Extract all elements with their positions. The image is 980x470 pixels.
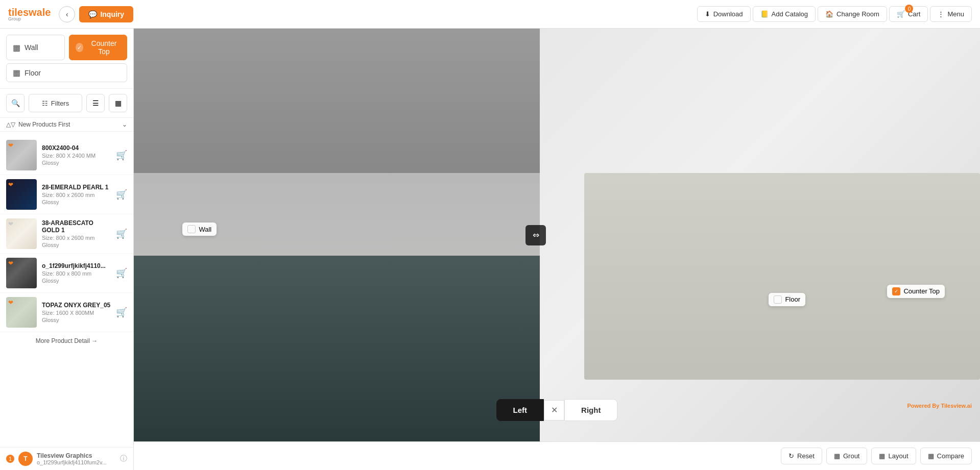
cart-button[interactable]: 0 🛒 Cart [889, 6, 928, 22]
product-thumbnail: ❤ [6, 218, 37, 249]
more-detail-button[interactable]: More Product Detail → [0, 332, 133, 350]
inquiry-button[interactable]: 💬 Inquiry [79, 6, 133, 22]
list-item[interactable]: ❤ o_1f299urfjkikfj4110... Size: 800 x 80… [0, 254, 133, 293]
reset-icon: ↻ [788, 452, 794, 460]
sidebar-controls: 🔍 ☷ Filters ☰ ▦ [0, 89, 133, 118]
product-finish: Glossy [42, 242, 111, 248]
add-to-cart-icon[interactable]: 🛒 [116, 150, 127, 161]
list-item[interactable]: ❤ TOPAZ ONYX GREY_05 Size: 1600 X 800MM … [0, 293, 133, 332]
search-icon: 🔍 [11, 99, 20, 107]
room-right-panel: Floor ✓ Counter Top [540, 29, 980, 441]
sort-row[interactable]: △▽ New Products First ⌄ [0, 118, 133, 132]
product-info: TOPAZ ONYX GREY_05 Size: 1600 X 800MM Gl… [42, 302, 111, 323]
wall-tab-grid-icon: ▦ [13, 43, 20, 53]
room-icon: 🏠 [825, 10, 833, 18]
product-size: Size: 800 X 2400 MM [42, 153, 111, 159]
floor-checkbox-icon [774, 295, 782, 304]
back-button[interactable]: ‹ [59, 6, 75, 22]
product-name: 28-EMERALD PEARL 1 [42, 184, 111, 191]
sidebar-bottom: 1 T Tilesview Graphics o_1f299urfjkikfj4… [0, 447, 133, 470]
grout-button[interactable]: ▦ Grout [826, 448, 868, 464]
product-list: ❤ 800X2400-04 Size: 800 X 2400 MM Glossy… [0, 132, 133, 447]
notification-badge: 1 [6, 455, 14, 463]
menu-button[interactable]: ⋮ Menu [930, 6, 972, 22]
grid-view-button[interactable]: ▦ [109, 94, 127, 112]
product-info: 38-ARABESCATO GOLD 1 Size: 800 x 2600 mm… [42, 219, 111, 248]
content-area: Wall Floor ✓ Counter Top [134, 29, 980, 470]
kitchen-cabinets [134, 29, 540, 173]
heart-icon: ❤ [8, 220, 13, 228]
compare-button[interactable]: ▦ Compare [920, 448, 972, 464]
menu-icon: ⋮ [938, 10, 944, 18]
download-icon: ⬇ [705, 10, 710, 18]
add-catalog-button[interactable]: 📒 Add Catalog [753, 6, 816, 22]
product-finish: Glossy [42, 199, 111, 205]
list-item[interactable]: ❤ 38-ARABESCATO GOLD 1 Size: 800 x 2600 … [0, 214, 133, 254]
tab-floor[interactable]: ▦ Floor [6, 63, 127, 82]
info-icon[interactable]: ⓘ [120, 454, 127, 463]
product-finish: Glossy [42, 317, 111, 323]
search-button[interactable]: 🔍 [6, 94, 25, 112]
header-nav-left: ‹ 💬 Inquiry [59, 6, 697, 22]
product-thumbnail: ❤ [6, 140, 37, 170]
tab-row-bottom: ▦ Floor [6, 63, 127, 82]
tilesview-text: Tilesview Graphics o_1f299urfjkikfj4110f… [37, 452, 107, 465]
product-name: o_1f299urfjkikfj4110... [42, 262, 111, 269]
product-thumbnail: ❤ [6, 258, 37, 288]
floor-room-label[interactable]: Floor [769, 293, 805, 306]
grout-icon: ▦ [834, 452, 840, 460]
list-view-button[interactable]: ☰ [86, 94, 105, 112]
product-name: TOPAZ ONYX GREY_05 [42, 302, 111, 309]
tilesview-info: 1 T Tilesview Graphics o_1f299urfjkikfj4… [6, 452, 127, 466]
reset-button[interactable]: ↻ Reset [781, 448, 822, 464]
change-room-button[interactable]: 🏠 Change Room [818, 6, 887, 22]
sidebar-tabs: ▦ Wall ✓ Counter Top ▦ Floor [0, 29, 133, 89]
heart-icon: ❤ [8, 299, 13, 306]
lr-buttons: Left ✕ Right [496, 399, 618, 421]
countertop-room-label[interactable]: ✓ Counter Top [887, 285, 945, 298]
room-view: Wall Floor ✓ Counter Top [134, 29, 980, 441]
product-info: 800X2400-04 Size: 800 X 2400 MM Glossy [42, 144, 111, 166]
layout-button[interactable]: ▦ Layout [871, 448, 916, 464]
list-icon: ☰ [92, 99, 99, 107]
heart-icon: ❤ [8, 142, 13, 149]
inquiry-icon: 💬 [88, 10, 97, 18]
heart-icon: ❤ [8, 181, 13, 188]
product-finish: Glossy [42, 278, 111, 284]
tab-wall[interactable]: ▦ Wall [6, 35, 65, 60]
tab-row-top: ▦ Wall ✓ Counter Top [6, 35, 127, 60]
countertop-check-icon: ✓ [76, 43, 83, 52]
product-name: 800X2400-04 [42, 144, 111, 152]
wall-room-label[interactable]: Wall [182, 222, 217, 236]
list-item[interactable]: ❤ 800X2400-04 Size: 800 X 2400 MM Glossy… [0, 136, 133, 175]
add-to-cart-icon[interactable]: 🛒 [116, 267, 127, 279]
floor-tab-grid-icon: ▦ [13, 68, 20, 78]
logo: tileswale Group [8, 7, 51, 21]
room-split: Wall Floor ✓ Counter Top [134, 29, 980, 441]
main-layout: ▦ Wall ✓ Counter Top ▦ Floor 🔍 [0, 29, 980, 470]
sidebar: ▦ Wall ✓ Counter Top ▦ Floor 🔍 [0, 29, 134, 470]
sort-icon: △▽ [6, 121, 15, 128]
add-to-cart-icon[interactable]: 🛒 [116, 307, 127, 318]
close-lr-button[interactable]: ✕ [544, 400, 564, 420]
right-button[interactable]: Right [564, 399, 617, 421]
tab-countertop[interactable]: ✓ Counter Top [69, 35, 128, 60]
left-button[interactable]: Left [496, 399, 544, 421]
download-button[interactable]: ⬇ Download [697, 6, 751, 22]
list-item[interactable]: ❤ 28-EMERALD PEARL 1 Size: 800 x 2600 mm… [0, 175, 133, 214]
add-to-cart-icon[interactable]: 🛒 [116, 228, 127, 239]
product-thumbnail: ❤ [6, 297, 37, 328]
product-size: Size: 800 x 2600 mm [42, 192, 111, 198]
product-size: Size: 800 x 800 mm [42, 270, 111, 277]
header-actions: ⬇ Download 📒 Add Catalog 🏠 Change Room 0… [697, 6, 972, 22]
countertop-checkbox-icon: ✓ [892, 287, 900, 295]
kitchen-counter [134, 256, 540, 441]
close-icon: ✕ [551, 405, 558, 415]
add-to-cart-icon[interactable]: 🛒 [116, 189, 127, 200]
cart-icon: 🛒 [897, 10, 905, 18]
product-info: o_1f299urfjkikfj4110... Size: 800 x 800 … [42, 262, 111, 284]
powered-by: Powered By Tilesview.ai [907, 403, 972, 409]
filter-button[interactable]: ☷ Filters [29, 94, 82, 112]
product-thumbnail: ❤ [6, 179, 37, 210]
split-handle[interactable]: ⇔ [525, 225, 546, 245]
